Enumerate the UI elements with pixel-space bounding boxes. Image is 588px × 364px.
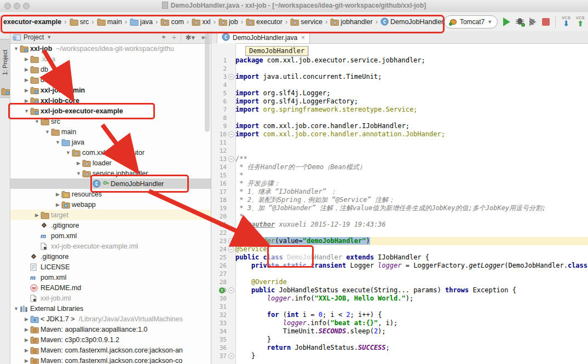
code-text[interactable]: public JobHandleStatus execute(String...… [235, 286, 588, 294]
fold-marker-icon[interactable]: − [228, 131, 234, 137]
tree-expand-arrow[interactable]: ▶ [23, 348, 30, 353]
code-text[interactable]: public class DemoJobHandler extends IJob… [235, 253, 588, 262]
breadcrumb-item-jobhandler[interactable]: jobhandler [330, 18, 372, 26]
tree-item-.gitignore[interactable]: .gitignore [10, 251, 211, 262]
tree-item-DemoJobHandler[interactable]: CDemoJobHandler [10, 178, 211, 189]
tree-item-com.xxl.job.executor[interactable]: ▼com.xxl.job.executor [10, 147, 211, 158]
line-number[interactable]: 14 [211, 163, 227, 171]
debug-button[interactable] [516, 18, 524, 26]
breadcrumb-item-service[interactable]: service [290, 18, 322, 26]
code-line-9[interactable]: 9import com.xxl.job.core.handler.IJobHan… [211, 122, 588, 130]
code-text[interactable]: import org.slf4j.LoggerFactory; [235, 97, 588, 106]
line-number[interactable]: 4 [211, 81, 227, 89]
code-text[interactable]: package com.xxl.job.executor.service.job… [235, 56, 588, 65]
tree-item-pom.xml[interactable]: mpom.xml [10, 272, 211, 282]
fold-marker-icon[interactable]: − [228, 287, 234, 293]
code-line-33[interactable]: 33 logger.info("beat at:{}", i); [211, 319, 588, 327]
tree-expand-arrow[interactable]: ▶ [33, 212, 41, 218]
tree-item-LICENSE[interactable]: LICENSE [10, 262, 211, 272]
code-line-5[interactable]: 5import org.slf4j.Logger; [211, 89, 588, 97]
code-line-4[interactable]: 4 [211, 81, 588, 89]
code-line-6[interactable]: 6import org.slf4j.LoggerFactory; [211, 97, 588, 106]
code-line-29[interactable]: 29−↑ public JobHandleStatus execute(Stri… [211, 286, 588, 294]
line-number[interactable]: 8 [211, 114, 227, 122]
line-number[interactable]: 33 [211, 319, 227, 327]
breadcrumb-item-DemoJobHandler[interactable]: CDemoJobHandler [381, 18, 443, 26]
locate-icon[interactable]: ⌖ [162, 33, 165, 42]
code-line-1[interactable]: 1package com.xxl.job.executor.service.jo… [211, 56, 588, 65]
line-number[interactable]: 9 [211, 122, 227, 130]
tree-item-pom.xml[interactable]: mpom.xml [10, 230, 211, 241]
code-line-36[interactable]: 36 return JobHandleStatus.SUCCESS; [211, 344, 588, 352]
fold-marker-icon[interactable]: − [228, 238, 234, 244]
tree-item-java[interactable]: ▼java [10, 137, 211, 147]
line-number[interactable]: 34 [211, 327, 227, 336]
tree-expand-arrow[interactable]: ▶ [54, 202, 61, 207]
code-line-35[interactable]: 35 } [211, 336, 588, 344]
code-text[interactable]: * @author xuxueli 2015-12-19 19:43:36 [235, 221, 588, 229]
fold-marker-icon[interactable]: − [228, 353, 234, 359]
line-number[interactable]: 19 [211, 204, 227, 212]
line-number[interactable]: 3 [211, 73, 227, 81]
run-with-coverage-button[interactable] [529, 18, 537, 26]
code-text[interactable]: import org.springframework.stereotype.Se… [235, 106, 588, 114]
tree-expand-arrow[interactable]: ▶ [23, 77, 30, 83]
line-number[interactable]: 23 [211, 237, 227, 245]
code-line-15[interactable]: 15 * [211, 171, 588, 180]
breadcrumb-item-xxl[interactable]: xxl [192, 18, 210, 26]
code-text[interactable]: * 2、装配到Spring，例如加 “@Service” 注解； [235, 196, 588, 204]
code-area[interactable]: 1package com.xxl.job.executor.service.jo… [211, 56, 588, 360]
code-line-37[interactable]: 37− } [211, 352, 588, 360]
tree-expand-arrow[interactable]: ▼ [13, 46, 20, 51]
tree-item-xxl-job-admin[interactable]: ▶xxl-job-admin [10, 85, 211, 95]
code-text[interactable]: @Service [235, 245, 588, 253]
code-line-16[interactable]: 16 * 开发步骤： [211, 180, 588, 188]
breadcrumb-item-job[interactable]: job [218, 18, 238, 26]
tree-expand-arrow[interactable]: ▶ [23, 337, 30, 343]
code-text[interactable]: return JobHandleStatus.SUCCESS; [235, 344, 588, 352]
line-number[interactable]: 11 [211, 138, 227, 147]
vcs-commit-button[interactable]: VCS⬆ [576, 16, 585, 27]
code-text[interactable]: * 开发步骤： [235, 180, 588, 188]
tree-item-xxl-job-core[interactable]: ▶xxl-job-core [10, 95, 211, 106]
line-number[interactable]: 7 [211, 106, 227, 114]
code-text[interactable]: TimeUnit.SECONDS.sleep(2); [235, 327, 588, 336]
code-line-31[interactable]: 31 [211, 303, 588, 311]
code-text[interactable]: import com.xxl.job.core.handler.annotati… [235, 130, 588, 138]
code-line-8[interactable]: 8 [211, 114, 588, 122]
code-text[interactable]: logger.info("beat at:{}", i); [235, 319, 588, 327]
code-text[interactable] [235, 114, 588, 122]
code-line-24[interactable]: 24−@Service [211, 245, 588, 253]
line-number[interactable]: 30 [211, 294, 227, 303]
code-text[interactable]: for (int i = 0; i < 2; i++) { [235, 311, 588, 319]
tree-item-Maven-aopalliance-aopalliance-1.0[interactable]: ▶Maven: aopalliance:aopalliance:1.0 [10, 324, 211, 334]
code-text[interactable]: } [235, 352, 588, 360]
line-number[interactable]: 15 [211, 171, 227, 180]
tree-item-Maven-com.fasterxml.jackson.core-jackson-an[interactable]: ▶Maven: com.fasterxml.jackson.core:jacks… [10, 345, 211, 355]
fold-marker-icon[interactable]: − [228, 246, 234, 252]
line-number[interactable]: 26 [211, 262, 227, 270]
code-text[interactable]: /** [235, 155, 588, 163]
line-number[interactable]: 24 [211, 245, 227, 253]
code-text[interactable] [235, 138, 588, 147]
line-number[interactable]: 28 [211, 278, 227, 286]
tree-item-src[interactable]: ▼src [10, 116, 211, 126]
tree-item--JDK1.7-[interactable]: ▶< JDK1.7 >/Library/Java/JavaVirtualMach… [10, 314, 211, 324]
line-number[interactable]: 32 [211, 311, 227, 319]
fold-marker-icon[interactable]: − [228, 74, 234, 80]
code-line-13[interactable]: 13−/** [211, 155, 588, 163]
breadcrumb-item-src[interactable]: src [70, 18, 89, 26]
line-number[interactable]: 1 [211, 56, 227, 65]
code-text[interactable]: * 任务Handler的一个Demo（Bean模式） [235, 163, 588, 171]
code-text[interactable]: @JobHander(value="demoJobHandler") [235, 237, 588, 245]
tree-expand-arrow[interactable]: ▼ [75, 171, 82, 176]
code-line-12[interactable]: 12 [211, 147, 588, 155]
breadcrumb-item-java[interactable]: java [130, 18, 153, 26]
line-number[interactable]: 6 [211, 97, 227, 106]
line-number[interactable]: 27 [211, 270, 227, 278]
vcs-update-button[interactable]: VCS⬇ [562, 16, 570, 27]
line-number[interactable]: 20 [211, 212, 227, 221]
tree-expand-arrow[interactable]: ▼ [54, 140, 61, 145]
code-text[interactable]: * 3、加 “@JobHander” 注解，注解value值为新增任务生成的Jo… [235, 204, 588, 212]
tree-expand-arrow[interactable]: ▶ [75, 160, 82, 166]
